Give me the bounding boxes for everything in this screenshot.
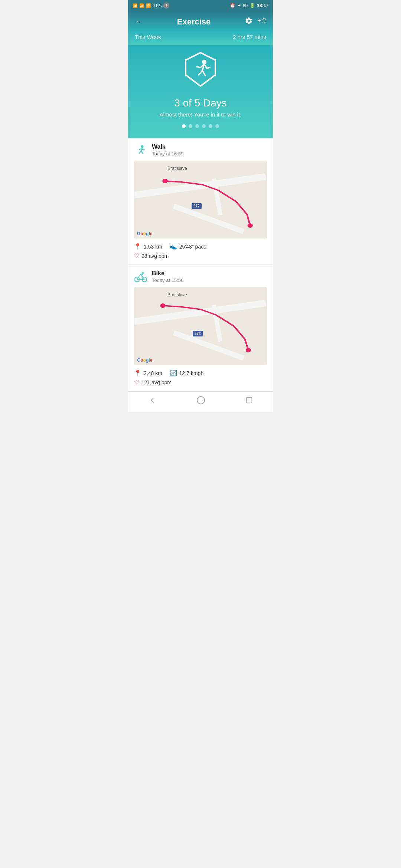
battery-level: 89 bbox=[243, 3, 248, 8]
walk-stats-row-2: ♡ 98 avg bpm bbox=[134, 252, 267, 259]
dot-6 bbox=[215, 124, 219, 128]
bottom-navigation bbox=[128, 391, 273, 412]
week-summary-row: This Week 2 hrs 57 mins bbox=[135, 32, 266, 45]
bike-distance: 📍 2.48 km bbox=[134, 369, 162, 377]
walk-header: Walk Today at 16:09 bbox=[134, 144, 267, 157]
week-duration: 2 hrs 57 mins bbox=[233, 34, 266, 40]
bike-distance-value: 2.48 km bbox=[144, 370, 162, 376]
svg-rect-11 bbox=[246, 397, 252, 403]
activities-list: Walk Today at 16:09 Bratislave bbox=[128, 138, 273, 391]
status-bar: 📶 📶 🛜 0 K/s 1 ⏰ ✦ 89 🔋 18:17 bbox=[128, 0, 273, 11]
hero-section: 3 of 5 Days Almost there! You're in it t… bbox=[128, 45, 273, 138]
notification-badge: 1 bbox=[163, 3, 169, 9]
svg-point-10 bbox=[197, 397, 205, 404]
header-action-icons: +⏱ bbox=[245, 16, 266, 27]
signal-icon-2: 📶 bbox=[139, 3, 144, 8]
bike-info: Bike Today at 15:56 bbox=[152, 270, 183, 283]
recent-apps-button[interactable] bbox=[245, 396, 253, 407]
data-speed: 0 K/s bbox=[153, 3, 162, 8]
svg-point-3 bbox=[162, 179, 167, 183]
bike-speed-value: 12.7 kmph bbox=[179, 370, 203, 376]
clock-time: 18:17 bbox=[257, 3, 268, 8]
walk-info: Walk Today at 16:09 bbox=[152, 144, 183, 157]
walk-name: Walk bbox=[152, 144, 183, 150]
walk-icon bbox=[134, 144, 147, 157]
header-top-row: ← Exercise +⏱ bbox=[135, 16, 266, 27]
bike-stats-row-1: 📍 2.48 km 🔄 12.7 kmph bbox=[134, 369, 267, 377]
status-left: 📶 📶 🛜 0 K/s 1 bbox=[133, 3, 169, 9]
dot-4 bbox=[202, 124, 206, 128]
distance-icon-bike: 📍 bbox=[134, 369, 141, 377]
heart-icon-bike: ♡ bbox=[134, 379, 139, 386]
home-nav-button[interactable] bbox=[196, 396, 205, 407]
bike-map-background: Bratislave 572 Google bbox=[134, 287, 267, 365]
speed-icon: 🔄 bbox=[170, 369, 177, 377]
back-nav-button[interactable] bbox=[148, 396, 157, 407]
week-label: This Week bbox=[135, 34, 161, 40]
dot-3 bbox=[195, 124, 199, 128]
pace-icon: 👟 bbox=[170, 243, 177, 250]
dot-1 bbox=[182, 124, 186, 128]
bike-heart-rate: ♡ 121 avg bpm bbox=[134, 379, 172, 386]
walk-google-logo: Google bbox=[137, 231, 152, 236]
bike-header: Bike Today at 15:56 bbox=[134, 270, 267, 283]
walk-map-badge: 572 bbox=[192, 203, 202, 209]
bike-map[interactable]: Bratislave 572 Google bbox=[134, 287, 267, 365]
walk-pace-value: 25'48" pace bbox=[179, 244, 206, 250]
activity-bike[interactable]: Bike Today at 15:56 Bratislave 5 bbox=[128, 265, 273, 391]
bike-name: Bike bbox=[152, 270, 183, 277]
dot-5 bbox=[209, 124, 212, 128]
bike-icon bbox=[134, 270, 147, 283]
walk-distance-value: 1.53 km bbox=[144, 244, 162, 250]
walk-stats-row-1: 📍 1.53 km 👟 25'48" pace bbox=[134, 243, 267, 250]
battery-icon: 🔋 bbox=[250, 3, 255, 8]
walk-bpm-value: 98 avg bpm bbox=[141, 253, 169, 259]
svg-point-1 bbox=[202, 60, 206, 64]
days-progress-text: 3 of 5 Days bbox=[174, 97, 227, 109]
bike-map-badge: 572 bbox=[193, 331, 203, 336]
svg-point-4 bbox=[247, 223, 252, 228]
bike-speed: 🔄 12.7 kmph bbox=[170, 369, 203, 377]
bike-stats-row-2: ♡ 121 avg bpm bbox=[134, 379, 267, 386]
motivate-message: Almost there! You're in it to win it. bbox=[160, 111, 241, 118]
add-exercise-button[interactable]: +⏱ bbox=[257, 16, 266, 27]
status-right: ⏰ ✦ 89 🔋 18:17 bbox=[230, 3, 268, 8]
page-title: Exercise bbox=[143, 17, 245, 27]
walk-pace: 👟 25'48" pace bbox=[170, 243, 206, 250]
bluetooth-icon: ✦ bbox=[237, 3, 241, 8]
progress-dots bbox=[182, 124, 219, 128]
walk-distance: 📍 1.53 km bbox=[134, 243, 162, 250]
alarm-icon: ⏰ bbox=[230, 3, 235, 8]
svg-point-9 bbox=[246, 348, 251, 352]
bike-google-logo: Google bbox=[137, 358, 152, 363]
settings-button[interactable] bbox=[245, 17, 253, 27]
distance-icon: 📍 bbox=[134, 243, 141, 250]
walk-time: Today at 16:09 bbox=[152, 151, 183, 157]
app-header: ← Exercise +⏱ This Week 2 hrs 57 mins bbox=[128, 11, 273, 45]
bike-bpm-value: 121 avg bpm bbox=[141, 379, 172, 385]
walk-map[interactable]: Bratislave 572 Google bbox=[134, 161, 267, 239]
exercise-badge bbox=[180, 49, 221, 90]
wifi-icon: 🛜 bbox=[146, 3, 151, 8]
activity-walk[interactable]: Walk Today at 16:09 Bratislave bbox=[128, 138, 273, 265]
heart-icon-walk: ♡ bbox=[134, 252, 139, 259]
svg-point-8 bbox=[160, 303, 165, 308]
bike-time: Today at 15:56 bbox=[152, 277, 183, 283]
signal-icon-1: 📶 bbox=[133, 3, 138, 8]
walk-heart-rate: ♡ 98 avg bpm bbox=[134, 252, 169, 259]
back-button[interactable]: ← bbox=[135, 17, 143, 27]
svg-text:+⏱: +⏱ bbox=[257, 17, 266, 24]
dot-2 bbox=[189, 124, 192, 128]
walk-map-background: Bratislave 572 Google bbox=[134, 161, 267, 239]
